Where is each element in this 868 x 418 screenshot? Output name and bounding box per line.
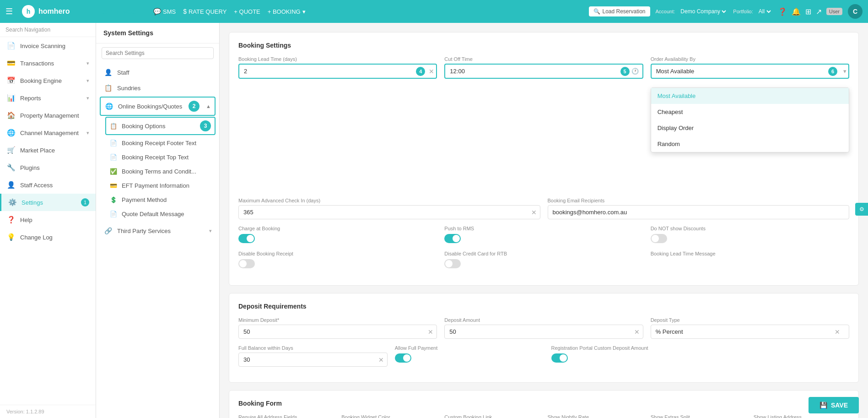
nav-label-terms: Booking Terms and Condit... <box>122 168 196 175</box>
sidebar-item-change-log[interactable]: 💡 Change Log <box>0 228 96 246</box>
reg-portal-toggle[interactable] <box>551 353 568 363</box>
nav-item-booking-options[interactable]: 📋 Booking Options 3 <box>105 117 216 135</box>
nav-item-eft-payment[interactable]: 💳 EFT Payment Information <box>96 179 219 193</box>
logo-area: h homhero <box>22 5 95 18</box>
grid-icon[interactable]: ⊞ <box>805 7 811 16</box>
sidebar-label-help: Help <box>20 217 32 223</box>
deposit-title: Deposit Requirements <box>238 303 849 310</box>
booking-toggle-row-2: Disable Booking Receipt Disable Credit C… <box>238 251 849 270</box>
deposit-amount-clear[interactable]: ✕ <box>634 328 640 336</box>
account-select[interactable]: Demo Company <box>679 8 728 15</box>
custom-link-group: Custom Booking Link <box>444 414 540 418</box>
nav-item-payment-method[interactable]: 💲 Payment Method <box>96 193 219 207</box>
help-sidebar-icon: ❓ <box>6 216 16 224</box>
portfolio-select[interactable]: All <box>757 8 772 15</box>
sidebar-item-reports[interactable]: 📊 Reports ▾ <box>0 89 96 107</box>
third-party-icon: 🔗 <box>103 227 113 234</box>
allow-full-payment-toggle[interactable] <box>395 353 411 363</box>
nav-rate-query[interactable]: $ RATE QUERY <box>183 8 226 15</box>
option-most-available[interactable]: Most Available <box>651 88 849 104</box>
option-random[interactable]: Random <box>651 136 849 152</box>
nav-item-quote-default[interactable]: 📄 Quote Default Message <box>96 207 219 221</box>
max-advanced-group: Maximum Advanced Check In (days) ✕ <box>238 198 540 219</box>
full-balance-clear[interactable]: ✕ <box>378 356 384 364</box>
sidebar-label-channel: Channel Management <box>20 130 79 136</box>
nav-sms[interactable]: 💬 SMS <box>153 8 176 15</box>
sidebar-item-market-place[interactable]: 🛒 Market Place <box>0 141 96 159</box>
booking-lead-message-label: Booking Lead Time Message <box>651 251 849 256</box>
deposit-requirements-card: Deposit Requirements Minimum Deposit* ✕ … <box>229 293 859 383</box>
sidebar-item-booking-engine[interactable]: 📅 Booking Engine ▾ <box>0 72 96 89</box>
transactions-icon: 💳 <box>6 59 16 67</box>
third-party-chevron: ▾ <box>209 228 212 234</box>
sidebar-item-settings[interactable]: ⚙️ Settings 1 <box>0 194 96 211</box>
deposit-amount-input[interactable] <box>444 325 643 339</box>
external-icon[interactable]: ↗ <box>816 7 822 16</box>
min-deposit-clear[interactable]: ✕ <box>428 328 433 336</box>
float-settings-button[interactable]: ⚙ <box>855 203 868 216</box>
booking-lead-time-group: Booking Lead Time (days) 4 ✕ <box>238 56 437 79</box>
nav-booking[interactable]: + BOOKING ▾ <box>268 8 306 15</box>
order-availability-input[interactable] <box>652 65 848 78</box>
channel-icon: 🌐 <box>6 129 16 137</box>
booking-chevron-icon: ▾ <box>302 8 306 15</box>
push-to-rms-toggle[interactable] <box>444 234 461 243</box>
nav-item-booking-receipt-top[interactable]: 📄 Booking Receipt Top Text <box>96 150 219 164</box>
sidebar: Search Navigation 📄 Invoice Scanning 💳 T… <box>0 23 96 418</box>
avatar[interactable]: C <box>848 4 863 19</box>
do-not-show-discounts-toggle[interactable] <box>651 234 667 243</box>
nav-item-staff[interactable]: 👤 Staff <box>96 65 219 80</box>
option-cheapest[interactable]: Cheapest <box>651 104 849 120</box>
sidebar-label-market: Market Place <box>20 147 55 154</box>
nav-label-online-bookings: Online Bookings/Quotes <box>118 103 182 110</box>
deposit-type-clear[interactable]: ✕ <box>835 328 840 336</box>
save-button[interactable]: 💾 SAVE <box>809 397 859 413</box>
bell-icon[interactable]: 🔔 <box>792 7 801 16</box>
disable-booking-receipt-toggle[interactable] <box>238 259 255 268</box>
charge-at-booking-toggle[interactable] <box>238 234 255 243</box>
nav-item-sundries[interactable]: 📋 Sundries <box>96 80 219 96</box>
transactions-chevron: ▾ <box>86 60 89 66</box>
sidebar-item-plugins[interactable]: 🔧 Plugins <box>0 159 96 176</box>
terms-icon: ✅ <box>110 168 117 175</box>
sidebar-item-staff-access[interactable]: 👤 Staff Access <box>0 176 96 194</box>
sidebar-item-channel-management[interactable]: 🌐 Channel Management ▾ <box>0 124 96 141</box>
staff-nav-icon: 👤 <box>103 69 113 76</box>
sidebar-item-help[interactable]: ❓ Help <box>0 211 96 228</box>
lead-time-clear[interactable]: ✕ <box>429 68 434 75</box>
option-display-order[interactable]: Display Order <box>651 120 849 136</box>
cut-off-input[interactable] <box>445 65 642 78</box>
lead-time-input[interactable] <box>239 65 436 78</box>
sidebar-item-transactions[interactable]: 💳 Transactions ▾ <box>0 54 96 72</box>
nav-item-third-party[interactable]: 🔗 Third Party Services ▾ <box>96 223 219 239</box>
nav-item-booking-receipt-footer[interactable]: 📄 Booking Receipt Footer Text <box>96 136 219 150</box>
deposit-row-1: Minimum Deposit* ✕ Deposit Amount ✕ <box>238 317 849 339</box>
max-advanced-clear[interactable]: ✕ <box>531 209 537 216</box>
full-balance-input[interactable] <box>238 353 388 367</box>
order-avail-badge: 6 <box>828 67 837 76</box>
hamburger-icon[interactable]: ☰ <box>5 6 13 16</box>
nav-item-booking-terms[interactable]: ✅ Booking Terms and Condit... <box>96 164 219 179</box>
max-advanced-input[interactable] <box>238 205 540 219</box>
settings-nav: System Settings 👤 Staff 📋 Sundries 🌐 <box>96 23 220 418</box>
sundries-icon: 📋 <box>103 84 113 92</box>
load-reservation-button[interactable]: 🔍 Load Reservation <box>589 6 650 16</box>
sidebar-item-property-management[interactable]: 🏠 Property Management <box>0 107 96 124</box>
nav-label-staff: Staff <box>117 69 129 76</box>
cut-off-badge: 5 <box>620 67 630 76</box>
sidebar-label-reports: Reports <box>20 95 41 102</box>
deposit-type-select[interactable]: % Percent Fixed Amount <box>651 325 849 339</box>
reg-portal-group: Registration Portal Custom Deposit Amoun… <box>551 345 850 367</box>
cut-off-group: Cut Off Time 5 🕐 <box>444 56 643 79</box>
settings-search-input[interactable] <box>102 47 214 59</box>
nav-quote[interactable]: + QUOTE <box>234 8 260 15</box>
booking-row-1: Booking Lead Time (days) 4 ✕ Cut Off Tim… <box>238 56 849 79</box>
nav-item-online-bookings[interactable]: 🌐 Online Bookings/Quotes 2 ▲ <box>100 97 216 116</box>
search-icon: 🔍 <box>593 8 600 15</box>
sidebar-item-invoice-scanning[interactable]: 📄 Invoice Scanning <box>0 37 96 54</box>
min-deposit-input[interactable] <box>238 325 437 339</box>
help-icon[interactable]: ❓ <box>778 7 787 16</box>
disable-credit-card-toggle[interactable] <box>444 259 461 268</box>
deposit-amount-input-wrap: ✕ <box>444 325 643 339</box>
email-recipients-input[interactable] <box>548 205 850 219</box>
